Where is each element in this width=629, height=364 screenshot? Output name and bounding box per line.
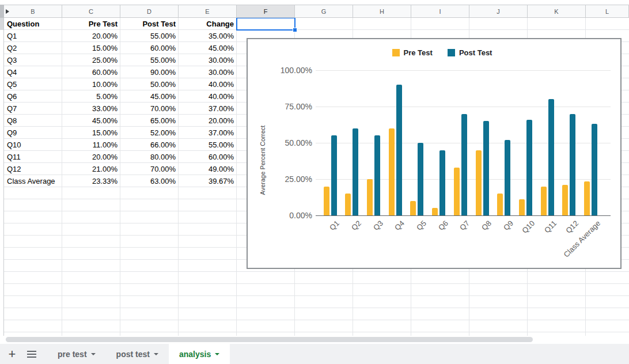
tab-pre-test[interactable]: pre test [47, 344, 106, 364]
cell[interactable]: 25.00% [62, 54, 120, 66]
bar-post-test-q3 [374, 135, 380, 215]
bar-pre-test-q6 [432, 208, 438, 215]
column-header-row: BCDEFGHIJKL [0, 5, 629, 18]
cell[interactable]: 10.00% [62, 78, 120, 90]
chevron-down-icon[interactable] [154, 353, 158, 355]
chart-y-axis-title: Average Percent Correct [259, 126, 266, 195]
cell[interactable]: 55.00% [120, 30, 179, 42]
cell[interactable]: 55.00% [120, 54, 179, 66]
cell[interactable]: Q12 [4, 163, 62, 175]
cell[interactable]: 55.00% [179, 139, 237, 151]
bar-post-test-q11 [548, 99, 554, 215]
cell[interactable]: Question [4, 18, 62, 30]
cell[interactable]: 33.00% [62, 103, 120, 115]
cell[interactable]: 70.00% [120, 103, 179, 115]
hscroll-thumb[interactable] [6, 337, 533, 342]
cell[interactable]: 60.00% [179, 151, 237, 163]
bar-post-test-class-average [592, 124, 597, 215]
cell[interactable]: Change [179, 18, 237, 30]
column-header-L[interactable]: L [586, 5, 629, 17]
bar-pre-test-q11 [541, 187, 547, 215]
x-tick-label: Q8 [480, 219, 493, 232]
column-header-J[interactable]: J [469, 5, 528, 17]
column-header-H[interactable]: H [353, 5, 411, 17]
cell[interactable]: Q10 [4, 139, 62, 151]
legend-swatch-icon [392, 49, 400, 56]
cell[interactable]: Q3 [4, 54, 62, 66]
cell[interactable]: Q5 [4, 78, 62, 90]
cell[interactable]: 63.00% [120, 175, 179, 187]
cell[interactable]: 35.00% [179, 30, 237, 42]
column-header-G[interactable]: G [295, 5, 353, 17]
x-tick-label: Q7 [459, 219, 472, 232]
cell[interactable]: 15.00% [62, 42, 120, 54]
legend-swatch-icon [448, 49, 455, 56]
cell[interactable]: 20.00% [62, 30, 120, 42]
cell[interactable]: 60.00% [120, 42, 179, 54]
chart[interactable]: Pre TestPost Test Average Percent Correc… [247, 38, 622, 269]
column-header-D[interactable]: D [120, 5, 179, 17]
cell[interactable]: 90.00% [120, 66, 179, 78]
cell[interactable]: 40.00% [179, 90, 237, 103]
column-header-E[interactable]: E [179, 5, 237, 17]
cell[interactable]: 11.00% [62, 139, 120, 151]
cell[interactable]: 45.00% [62, 115, 120, 127]
chevron-down-icon[interactable] [215, 353, 219, 355]
cell[interactable]: Pre Test [62, 18, 120, 30]
cell[interactable]: 66.00% [120, 139, 179, 151]
cell[interactable]: 50.00% [120, 78, 179, 90]
cell[interactable]: 21.00% [62, 163, 120, 175]
y-tick-label: 0.00% [266, 211, 312, 220]
cell[interactable]: 15.00% [62, 127, 120, 139]
cell[interactable]: 39.67% [179, 175, 237, 187]
cell[interactable]: 30.00% [179, 66, 237, 78]
chevron-down-icon[interactable] [91, 353, 96, 355]
cell[interactable]: 52.00% [120, 127, 179, 139]
cell[interactable]: Q2 [4, 42, 62, 54]
cell[interactable]: 65.00% [120, 115, 179, 127]
bar-pre-test-q2 [345, 194, 351, 215]
cell[interactable]: 20.00% [179, 115, 237, 127]
tab-analysis[interactable]: analysis [169, 344, 230, 364]
all-sheets-button[interactable] [23, 346, 40, 363]
bar-post-test-q7 [461, 114, 467, 215]
cell[interactable]: 45.00% [179, 42, 237, 54]
cell[interactable]: 30.00% [179, 54, 237, 66]
x-tick-label: Q1 [328, 219, 341, 232]
cell[interactable]: Q7 [4, 103, 62, 115]
cell[interactable]: Q6 [4, 90, 62, 103]
cell[interactable]: 49.00% [179, 163, 237, 175]
cell[interactable]: 60.00% [62, 66, 120, 78]
cell[interactable]: Q9 [4, 127, 62, 139]
cell[interactable]: 20.00% [62, 151, 120, 163]
column-header-F[interactable]: F [237, 5, 295, 17]
fill-handle[interactable] [293, 28, 297, 32]
cell[interactable]: 37.00% [179, 103, 237, 115]
cell[interactable]: Q1 [4, 30, 62, 42]
column-header-C[interactable]: C [62, 5, 120, 17]
bar-post-test-q9 [505, 140, 510, 215]
column-header-B[interactable]: B [4, 5, 62, 17]
add-sheet-button[interactable]: + [3, 346, 21, 363]
hidden-column-icon[interactable] [6, 9, 9, 14]
bar-pre-test-q5 [410, 201, 416, 215]
cell[interactable]: 80.00% [120, 151, 179, 163]
tab-post-test[interactable]: post test [106, 344, 169, 364]
cell[interactable]: 45.00% [120, 90, 179, 103]
cell[interactable]: 23.33% [62, 175, 120, 187]
cell[interactable]: 5.00% [62, 90, 120, 103]
x-axis-line [316, 215, 611, 216]
cell[interactable]: 40.00% [179, 78, 237, 90]
select-all-corner[interactable] [0, 5, 4, 18]
cell[interactable]: Q11 [4, 151, 62, 163]
cell[interactable]: 70.00% [120, 163, 179, 175]
cell[interactable]: Post Test [120, 18, 179, 30]
column-header-K[interactable]: K [528, 5, 586, 17]
cell[interactable]: Q4 [4, 66, 62, 78]
column-header-I[interactable]: I [411, 5, 469, 17]
legend-label: Pre Test [404, 48, 433, 57]
cell[interactable]: 37.00% [179, 127, 237, 139]
y-gridline [316, 107, 611, 107]
cell[interactable]: Class Average [4, 175, 62, 187]
cell[interactable]: Q8 [4, 115, 62, 127]
